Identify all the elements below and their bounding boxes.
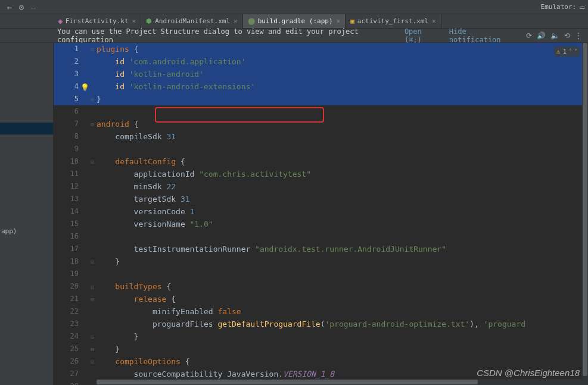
close-icon[interactable]: ×	[432, 17, 436, 25]
code-line[interactable]: compileSdk 31	[97, 130, 581, 143]
volume-icon[interactable]: 🔊	[537, 32, 546, 40]
code-area[interactable]: plugins { id 'com.android.application' i…	[97, 43, 581, 385]
code-line[interactable]: }	[97, 330, 581, 343]
line-number: 8	[54, 130, 88, 143]
fold-marker[interactable]: ⊟	[88, 343, 97, 355]
line-number: 28	[54, 380, 88, 385]
chevron-up-icon[interactable]: ˄	[569, 48, 572, 55]
tab-build-gradle-app-[interactable]: ⬤build.gradle (:app)×	[243, 14, 346, 28]
code-line[interactable]: versionCode 1	[97, 205, 581, 218]
line-number: 23	[54, 318, 88, 330]
notification-open-link[interactable]: Open (⌘;)	[405, 27, 441, 44]
fold-marker[interactable]: ⊟	[88, 280, 97, 293]
code-line[interactable]: id 'kotlin-android'	[97, 68, 581, 80]
close-icon[interactable]: ×	[132, 17, 136, 25]
code-line[interactable]: targetSdk 31	[97, 193, 581, 205]
horizontal-scrollbar[interactable]	[97, 379, 582, 385]
tab-label: AndroidManifest.xml	[155, 17, 230, 25]
fold-marker	[88, 368, 97, 380]
fold-marker[interactable]: ⊟	[88, 155, 97, 168]
reload-icon[interactable]: ⟳	[526, 32, 532, 40]
close-icon[interactable]: ×	[337, 17, 341, 25]
tab-activity-first-xml[interactable]: ▣activity_first.xml×	[346, 14, 441, 28]
line-number: 18	[54, 255, 88, 268]
code-line[interactable]: minSdk 22	[97, 180, 581, 193]
code-line[interactable]: android {	[97, 118, 581, 130]
line-number: 12	[54, 180, 88, 193]
fold-marker[interactable]: ⊟	[88, 293, 97, 305]
fold-marker[interactable]: ⊟	[88, 330, 97, 343]
vertical-scrollbar[interactable]	[582, 43, 588, 385]
tab-firstactivity-kt[interactable]: ◉FirstActivity.kt×	[54, 14, 141, 28]
code-line[interactable]: }	[97, 343, 581, 355]
fold-marker	[88, 268, 97, 280]
editor-pane[interactable]: 1234💡56789101112131415161718192021222324…	[54, 43, 588, 385]
code-line[interactable]: minifyEnabled false	[97, 305, 581, 318]
top-toolbar: ← ⚙ — Emulator: ▭	[0, 0, 588, 14]
fold-marker	[88, 305, 97, 318]
code-line[interactable]: sourceCompatibility JavaVersion.VERSION_…	[97, 368, 581, 380]
fold-marker[interactable]: ⊟	[88, 355, 97, 368]
fold-marker	[88, 230, 97, 243]
code-line[interactable]: buildTypes {	[97, 280, 581, 293]
line-number: 14	[54, 205, 88, 218]
fold-marker[interactable]: ⊟	[88, 43, 97, 55]
code-line[interactable]: id 'kotlin-android-extensions'	[97, 80, 581, 93]
notification-hide-link[interactable]: Hide notification	[449, 27, 518, 44]
fold-marker	[88, 318, 97, 330]
minimize-icon[interactable]: —	[27, 2, 39, 12]
fold-marker[interactable]: ⊟	[88, 255, 97, 268]
code-line[interactable]: compileOptions {	[97, 355, 581, 368]
gear-icon[interactable]: ⚙	[15, 2, 27, 12]
line-number: 17	[54, 243, 88, 255]
fold-marker	[88, 105, 97, 118]
line-number: 15	[54, 218, 88, 230]
layout-file-icon: ▣	[350, 17, 354, 25]
fold-marker	[88, 80, 97, 93]
code-line[interactable]: proguardFiles getDefaultProguardFile('pr…	[97, 318, 581, 330]
code-line[interactable]: plugins {	[97, 43, 581, 55]
fold-marker	[88, 55, 97, 68]
tab-label: activity_first.xml	[357, 17, 428, 25]
more-icon[interactable]: ⋮	[575, 32, 582, 40]
code-line[interactable]: defaultConfig {	[97, 155, 581, 168]
fold-marker[interactable]: ⊟	[88, 93, 97, 105]
code-line[interactable]: versionName "1.0"	[97, 218, 581, 230]
xml-file-icon: ⬢	[146, 17, 152, 25]
fold-marker[interactable]: ⊟	[88, 118, 97, 130]
phone-icon[interactable]: ▭	[580, 2, 584, 11]
fold-column: ⊟⊟⊟⊟⊟⊟⊟⊟⊟⊟	[88, 43, 97, 385]
line-number: 13	[54, 193, 88, 205]
fold-marker	[88, 143, 97, 155]
vscroll-thumb[interactable]	[583, 43, 587, 376]
chevron-down-icon[interactable]: ˅	[574, 48, 577, 55]
code-line[interactable]	[97, 230, 581, 243]
close-icon[interactable]: ×	[234, 17, 238, 25]
code-line[interactable]	[97, 105, 581, 118]
code-line[interactable]: }	[97, 93, 581, 105]
line-number: 20	[54, 280, 88, 293]
code-line[interactable]: }	[97, 255, 581, 268]
tab-androidmanifest-xml[interactable]: ⬢AndroidManifest.xml×	[141, 14, 242, 28]
notification-message: You can use the Project Structure dialog…	[57, 27, 396, 44]
code-line[interactable]: release {	[97, 293, 581, 305]
code-line[interactable]: testInstrumentationRunner "androidx.test…	[97, 243, 581, 255]
project-highlight	[0, 123, 53, 134]
back-icon[interactable]: ←	[4, 2, 15, 12]
line-number: 22	[54, 305, 88, 318]
code-line[interactable]: applicationId "com.chris.activitytest"	[97, 168, 581, 180]
code-line[interactable]	[97, 143, 581, 155]
rotate-icon[interactable]: ⟲	[564, 32, 570, 40]
warning-icon: ⚠	[556, 48, 561, 55]
warning-count: 1	[562, 48, 567, 55]
hscroll-thumb[interactable]	[97, 380, 478, 384]
editor-tabs: ◉FirstActivity.kt×⬢AndroidManifest.xml×⬤…	[0, 14, 588, 29]
line-number: 27	[54, 368, 88, 380]
code-line[interactable]	[97, 268, 581, 280]
inspection-badge[interactable]: ⚠ 1 ˄ ˅	[554, 46, 580, 57]
fold-marker	[88, 193, 97, 205]
mute-icon[interactable]: 🔈	[550, 32, 559, 40]
code-line[interactable]: id 'com.android.application'	[97, 55, 581, 68]
notification-bar: You can use the Project Structure dialog…	[0, 29, 588, 43]
line-number: 4💡	[54, 80, 88, 93]
